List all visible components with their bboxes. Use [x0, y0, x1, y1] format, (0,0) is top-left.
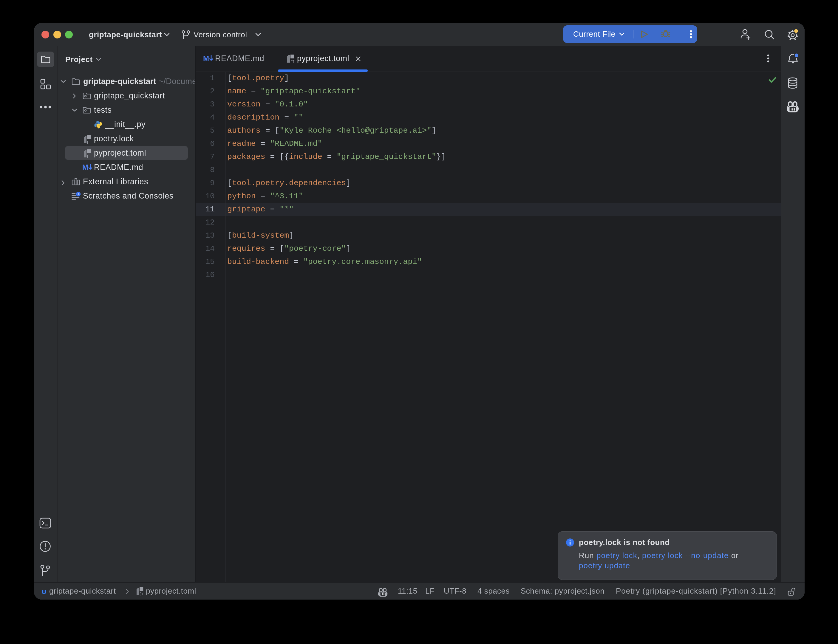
- svg-text:[T]: [T]: [87, 140, 92, 144]
- svg-text:[T]: [T]: [87, 155, 92, 158]
- svg-text:[T]: [T]: [290, 60, 296, 64]
- svg-text:[T]: [T]: [139, 592, 144, 596]
